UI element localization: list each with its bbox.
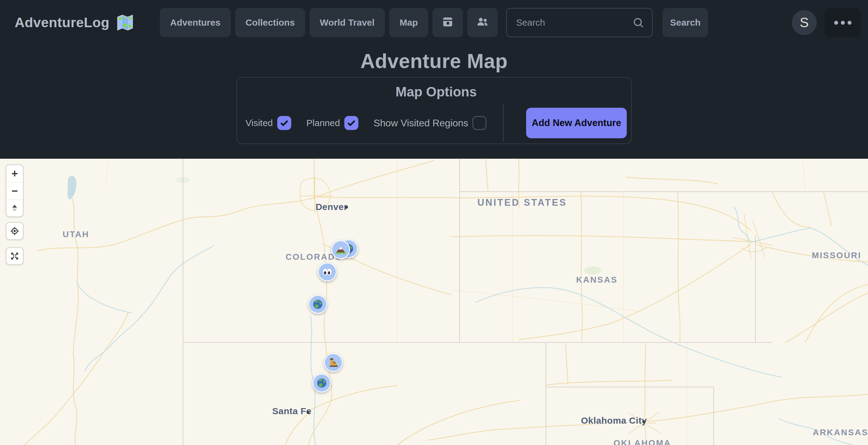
visited-label: Visited <box>246 118 273 128</box>
city-label-oklahoma-city: Oklahoma City <box>581 415 647 426</box>
page-title: Adventure Map <box>360 50 507 72</box>
city-dot-santa-fe <box>307 411 310 414</box>
state-label-kansas: KANSAS <box>576 275 618 285</box>
marker-mountain[interactable] <box>331 240 350 259</box>
pitch-icon <box>9 203 20 213</box>
fullscreen-icon <box>9 251 20 261</box>
nav-item-world-travel[interactable]: World Travel <box>310 8 385 37</box>
city-label-santa-fe: Santa Fe <box>272 406 311 416</box>
marker-eyes[interactable] <box>318 263 337 281</box>
navbar: AdventureLog Adventures Collections Worl <box>0 0 868 45</box>
avatar[interactable]: S <box>792 10 817 35</box>
zoom-in-button[interactable]: + <box>6 165 23 182</box>
planned-toggle[interactable]: Planned <box>307 116 359 130</box>
fullscreen-button[interactable] <box>6 247 24 265</box>
eyes-icon <box>321 266 333 278</box>
search-input[interactable] <box>506 8 653 37</box>
map-options-row: Visited Planned Show Visited Regions <box>246 106 627 140</box>
world-map-icon <box>116 13 134 32</box>
users-button[interactable] <box>467 8 498 37</box>
options-divider <box>503 105 503 142</box>
globe-icon <box>312 298 324 310</box>
marker-globe-2[interactable] <box>308 295 327 314</box>
locate-icon <box>9 226 20 236</box>
globe-icon <box>316 377 328 389</box>
zoom-out-button[interactable]: − <box>6 182 23 199</box>
adventurelog-app: AdventureLog Adventures Collections Worl <box>0 0 868 445</box>
brand-name: AdventureLog <box>14 14 110 31</box>
check-icon <box>279 118 289 128</box>
map-basemap <box>0 159 868 445</box>
city-dot-denver <box>345 206 348 209</box>
state-label-utah: UTAH <box>63 230 89 239</box>
navbar-right: S <box>792 8 861 37</box>
boot-icon <box>327 356 339 369</box>
map-zoom-controls: + − <box>6 165 24 217</box>
pitch-toggle-button[interactable] <box>6 199 23 216</box>
planned-label: Planned <box>307 118 340 128</box>
search-button[interactable]: Search <box>662 8 708 37</box>
city-dot-oklahoma-city <box>642 420 645 423</box>
mountain-icon <box>335 243 347 256</box>
ellipsis-icon <box>834 21 838 25</box>
state-label-arkansas: ARKANSAS <box>813 427 868 437</box>
visited-checkbox[interactable] <box>277 116 291 130</box>
marker-boot[interactable] <box>324 353 343 372</box>
users-icon <box>476 15 489 31</box>
nav-item-collections[interactable]: Collections <box>235 8 305 37</box>
country-label-united-states: UNITED STATES <box>477 197 567 208</box>
marker-globe-3[interactable] <box>312 374 331 392</box>
show-visited-regions-label: Show Visited Regions <box>374 118 468 129</box>
state-label-oklahoma: OKLAHOMA <box>614 438 671 445</box>
add-new-adventure-button[interactable]: Add New Adventure <box>526 108 627 138</box>
brand-logo[interactable]: AdventureLog <box>14 13 134 32</box>
state-label-missouri: MISSOURI <box>812 250 861 260</box>
search-field-wrap <box>506 8 653 37</box>
map-options-card: Map Options Visited Planned Sh <box>236 77 632 144</box>
visited-toggle[interactable]: Visited <box>246 116 291 130</box>
map-canvas[interactable]: UTAH COLORADO UNITED STATES KANSAS MISSO… <box>0 159 868 445</box>
show-visited-regions-checkbox[interactable] <box>472 116 487 130</box>
nav-item-map[interactable]: Map <box>389 8 428 37</box>
city-label-denver: Denver <box>316 202 348 212</box>
calendar-button[interactable] <box>432 8 463 37</box>
nav-item-adventures[interactable]: Adventures <box>160 8 231 37</box>
show-visited-regions-toggle[interactable]: Show Visited Regions <box>374 116 487 130</box>
nav-links: Adventures Collections World Travel Map <box>160 8 708 37</box>
page-header: Adventure Map <box>0 45 868 77</box>
map-options-title: Map Options <box>246 84 627 99</box>
planned-checkbox[interactable] <box>344 116 359 130</box>
locate-button[interactable] <box>6 222 24 240</box>
check-icon <box>346 118 356 128</box>
more-menu-button[interactable] <box>825 8 861 37</box>
calendar-icon <box>441 15 455 31</box>
